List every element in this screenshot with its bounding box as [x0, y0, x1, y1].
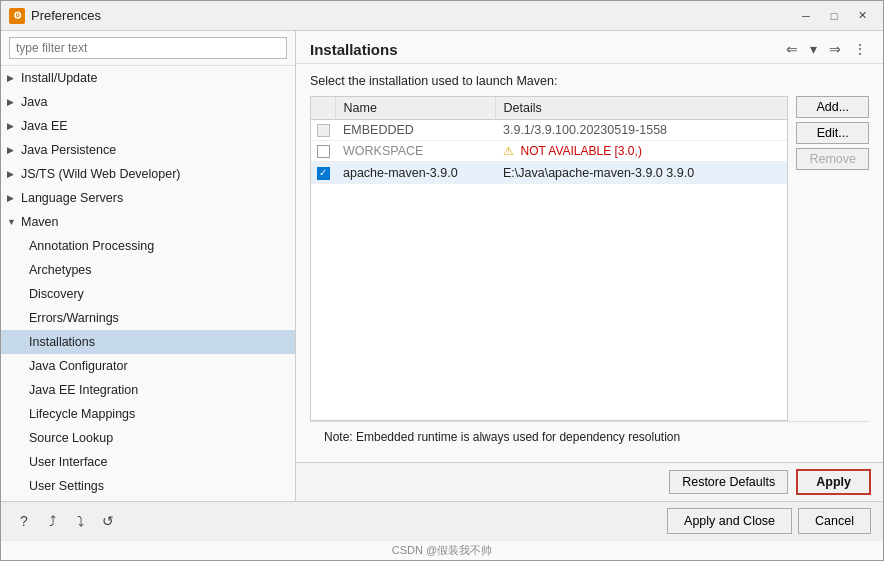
app-icon: ⚙: [9, 8, 25, 24]
installations-table-element: Name Details EMBEDDED 3: [311, 97, 787, 184]
tree-area: ▶Install/Update ▶Java ▶Java EE ▶Java Per…: [1, 66, 295, 501]
reset-icon[interactable]: ↺: [97, 510, 119, 532]
sidebar-item-annotation[interactable]: Annotation Processing: [1, 234, 295, 258]
checkbox-cell-embedded[interactable]: [311, 120, 335, 141]
arrow-icon: ▶: [7, 191, 17, 205]
sidebar: ▶Install/Update ▶Java ▶Java EE ▶Java Per…: [1, 31, 296, 501]
apply-button[interactable]: Apply: [796, 469, 871, 495]
edit-button[interactable]: Edit...: [796, 122, 869, 144]
sidebar-item-maven[interactable]: ▼Maven: [1, 210, 295, 234]
title-bar: ⚙ Preferences ─ □ ✕: [1, 1, 883, 31]
sidebar-item-js-ts[interactable]: ▶JS/TS (Wild Web Developer): [1, 162, 295, 186]
table-row-area: Name Details EMBEDDED 3: [310, 96, 869, 421]
sidebar-item-install-update[interactable]: ▶Install/Update: [1, 66, 295, 90]
title-bar-left: ⚙ Preferences: [9, 8, 101, 24]
watermark: CSDN @假装我不帅: [1, 540, 883, 560]
arrow-icon: ▶: [7, 95, 17, 109]
nav-menu-button[interactable]: ⋮: [849, 39, 871, 59]
col-details-header: Details: [495, 97, 787, 120]
apply-and-close-button[interactable]: Apply and Close: [667, 508, 792, 534]
checkbox-cell-maven[interactable]: [311, 162, 335, 183]
panel-title: Installations: [310, 41, 398, 58]
sidebar-item-java-ee[interactable]: ▶Java EE: [1, 114, 295, 138]
name-cell-embedded: EMBEDDED: [335, 120, 495, 141]
table-row: apache-maven-3.9.0 E:\Java\apache-maven-…: [311, 162, 787, 183]
help-icon[interactable]: ?: [13, 510, 35, 532]
panel-body: Select the installation used to launch M…: [296, 64, 883, 462]
details-cell-workspace: ⚠ NOT AVAILABLE [3.0,): [495, 141, 787, 162]
minimize-button[interactable]: ─: [793, 6, 819, 26]
nav-back-button[interactable]: ⇐: [782, 39, 802, 59]
sidebar-item-language-servers[interactable]: ▶Language Servers: [1, 186, 295, 210]
title-bar-controls: ─ □ ✕: [793, 6, 875, 26]
footer-buttons: Apply and Close Cancel: [667, 508, 871, 534]
details-cell-embedded: 3.9.1/3.9.100.20230519-1558: [495, 120, 787, 141]
panel-header: Installations ⇐ ▾ ⇒ ⋮: [296, 31, 883, 64]
bottom-action-bar: Restore Defaults Apply: [296, 462, 883, 501]
warning-icon: ⚠: [503, 144, 514, 158]
checkbox-embedded[interactable]: [317, 124, 330, 137]
sidebar-item-errors-warnings[interactable]: Errors/Warnings: [1, 306, 295, 330]
checkbox-cell-workspace[interactable]: [311, 141, 335, 162]
import-icon[interactable]: ⤵: [69, 510, 91, 532]
name-cell-maven: apache-maven-3.9.0: [335, 162, 495, 183]
sidebar-item-user-interface[interactable]: User Interface: [1, 450, 295, 474]
nav-forward-button[interactable]: ⇒: [825, 39, 845, 59]
table-row: WORKSPACE ⚠ NOT AVAILABLE [3.0,): [311, 141, 787, 162]
checkbox-maven[interactable]: [317, 167, 330, 180]
close-button[interactable]: ✕: [849, 6, 875, 26]
remove-button[interactable]: Remove: [796, 148, 869, 170]
arrow-icon: ▼: [7, 215, 17, 229]
cancel-button[interactable]: Cancel: [798, 508, 871, 534]
right-panel: Installations ⇐ ▾ ⇒ ⋮ Select the install…: [296, 31, 883, 501]
add-button[interactable]: Add...: [796, 96, 869, 118]
installations-table: Name Details EMBEDDED 3: [310, 96, 788, 421]
table-header-row: Name Details: [311, 97, 787, 120]
maximize-button[interactable]: □: [821, 6, 847, 26]
not-available-text: NOT AVAILABLE [3.0,): [520, 144, 641, 158]
restore-defaults-button[interactable]: Restore Defaults: [669, 470, 788, 494]
sidebar-item-java-ee-integration[interactable]: Java EE Integration: [1, 378, 295, 402]
name-cell-workspace: WORKSPACE: [335, 141, 495, 162]
sidebar-item-user-settings[interactable]: User Settings: [1, 474, 295, 498]
panel-nav: ⇐ ▾ ⇒ ⋮: [782, 39, 871, 59]
filter-bar: [1, 31, 295, 66]
panel-description: Select the installation used to launch M…: [310, 74, 869, 88]
preferences-window: ⚙ Preferences ─ □ ✕ ▶Install/Update ▶Jav…: [0, 0, 884, 561]
col-name-header: Name: [335, 97, 495, 120]
table-action-buttons: Add... Edit... Remove: [788, 96, 869, 421]
note-text: Note: Embedded runtime is always used fo…: [324, 430, 680, 444]
footer-icons: ? ⤴ ⤵ ↺: [13, 510, 659, 532]
sidebar-item-source-lookup[interactable]: Source Lookup: [1, 426, 295, 450]
footer: ? ⤴ ⤵ ↺ Apply and Close Cancel: [1, 501, 883, 540]
filter-input[interactable]: [9, 37, 287, 59]
sidebar-item-java-persistence[interactable]: ▶Java Persistence: [1, 138, 295, 162]
checkbox-workspace[interactable]: [317, 145, 330, 158]
sidebar-item-lifecycle-mappings[interactable]: Lifecycle Mappings: [1, 402, 295, 426]
arrow-icon: ▶: [7, 143, 17, 157]
table-row: EMBEDDED 3.9.1/3.9.100.20230519-1558: [311, 120, 787, 141]
details-cell-maven: E:\Java\apache-maven-3.9.0 3.9.0: [495, 162, 787, 183]
arrow-icon: ▶: [7, 167, 17, 181]
sidebar-item-archetypes[interactable]: Archetypes: [1, 258, 295, 282]
sidebar-item-installations[interactable]: Installations: [1, 330, 295, 354]
note-bar: Note: Embedded runtime is always used fo…: [310, 421, 869, 452]
sidebar-item-java-configurator[interactable]: Java Configurator: [1, 354, 295, 378]
arrow-icon: ▶: [7, 119, 17, 133]
window-title: Preferences: [31, 8, 101, 23]
arrow-icon: ▶: [7, 71, 17, 85]
main-content: ▶Install/Update ▶Java ▶Java EE ▶Java Per…: [1, 31, 883, 501]
sidebar-item-discovery[interactable]: Discovery: [1, 282, 295, 306]
nav-dropdown-button[interactable]: ▾: [806, 39, 821, 59]
export-icon[interactable]: ⤴: [41, 510, 63, 532]
col-checkbox: [311, 97, 335, 120]
sidebar-item-java[interactable]: ▶Java: [1, 90, 295, 114]
